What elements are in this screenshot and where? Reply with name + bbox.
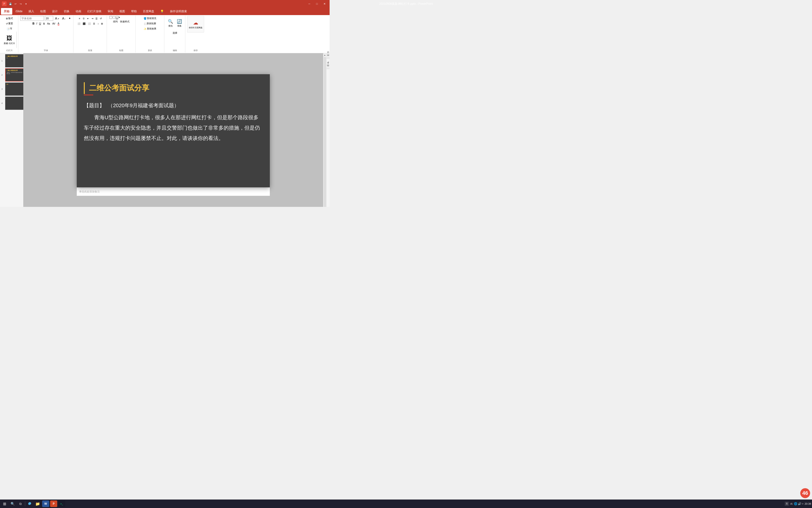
slides-group-label: 幻灯片: [6, 48, 13, 52]
drawing-tools-row: 排列 快速样式: [112, 19, 131, 24]
menu-tab-design[interactable]: 设计: [49, 8, 60, 14]
char-spacing-btn[interactable]: AV: [51, 21, 56, 26]
section-btn[interactable]: 📑 节: [6, 27, 13, 31]
menu-tab-animations[interactable]: 动画: [73, 8, 84, 14]
section-icon: 📑: [7, 28, 9, 30]
customize-quick-btn[interactable]: ▾: [23, 1, 28, 6]
ribbon-font-group: A+ A- ✦ B I U S Aa AV A 字体: [19, 15, 74, 52]
replace-icon: 🔄: [177, 19, 182, 24]
question-header: 【题目】 （2020年9月福建省考面试题）: [84, 100, 263, 111]
font-row1: A+ A- ✦: [20, 16, 72, 21]
format-tab-can[interactable]: 参: [326, 65, 330, 67]
circle-shape[interactable]: [112, 16, 115, 19]
slide-thumb-2[interactable]: 二维公考面试分享 【题目】（2020年9月福建省考面试题）青海U型公路...: [5, 68, 23, 82]
slide-thumb-1-content: 二维公考面试分享 内容...: [6, 55, 23, 67]
edit-group-label: 编辑: [173, 48, 177, 52]
menu-tab-view[interactable]: 视图: [116, 8, 128, 14]
ribbon-paragraph-group: ≡ ① ⇤ ⇥ ||| ↺ ⬜ ⬛ ⬜ ☰ ↕ ⊞ 段落: [74, 15, 107, 52]
line-spacing-btn[interactable]: ↕: [97, 21, 100, 26]
scroll-thumb[interactable]: [324, 57, 326, 207]
bold-btn[interactable]: B: [32, 21, 35, 26]
bullets-btn[interactable]: ≡: [78, 16, 81, 21]
shape-format-label: 形状: [148, 48, 152, 52]
replace-btn[interactable]: 🔄 替换: [175, 16, 184, 30]
menu-tab-islide[interactable]: iSlide: [13, 8, 25, 14]
case-btn[interactable]: Aa: [46, 21, 51, 26]
italic-btn[interactable]: I: [36, 21, 38, 26]
slide-panel: 二维公考面试分享 内容... 1 二维公考面试分享 【题目】（2020年9月福建…: [0, 53, 23, 207]
menu-tab-insert[interactable]: 插入: [26, 8, 37, 14]
menu-bar: 开始 iSlide 插入 绘图 设计 切换 动画 幻灯片放映 审阅 视图 帮助 …: [0, 7, 330, 15]
rect-shape[interactable]: [109, 16, 112, 19]
format-tab-she[interactable]: 设: [326, 54, 330, 56]
menu-tab-start[interactable]: 开始: [1, 8, 12, 14]
format-sidebar: 设 对 参 选: [326, 53, 330, 207]
ribbon-drawing-group: △ ▾ 排列 快速样式 绘图: [107, 15, 136, 52]
menu-tab-search[interactable]: 操作说明搜索: [167, 8, 190, 14]
slide-thumb-1[interactable]: 二维公考面试分享 内容...: [5, 54, 23, 68]
clear-format-btn[interactable]: ✦: [67, 16, 72, 21]
find-btn[interactable]: 🔍 查找: [166, 16, 175, 30]
smart-art-btn[interactable]: ⊞: [100, 21, 104, 26]
format-tab-xuan[interactable]: 选: [326, 68, 330, 69]
align-center-btn[interactable]: ⬛: [82, 21, 86, 26]
shapes-more-btn[interactable]: ▾: [118, 16, 120, 19]
save-quick-btn[interactable]: 💾: [8, 1, 13, 6]
underline-btn[interactable]: U: [38, 21, 42, 26]
shape-effect-btn[interactable]: ✨ 形状效果: [143, 27, 157, 31]
reset-btn[interactable]: ↺ 重置: [5, 21, 14, 26]
shape-effect-row: ✨ 形状效果: [143, 27, 157, 31]
triangle-shape[interactable]: △: [115, 16, 118, 19]
font-group-label: 字体: [44, 48, 48, 52]
shape-fill-btn[interactable]: 🪣 形状填充: [143, 16, 157, 21]
main-area: 二维公考面试分享 内容... 1 二维公考面试分享 【题目】（2020年9月福建…: [0, 53, 330, 207]
question-body: 青海U型公路网红打卡地，很多人在那进行网红打卡，但是那个路段很多车子经过存在重大…: [84, 113, 263, 143]
ribbon-save-group: ☁ 保存到 百度网盘 保存: [186, 15, 205, 52]
text-direction-btn[interactable]: ↺: [99, 16, 103, 21]
close-btn[interactable]: ✕: [321, 1, 328, 6]
slide-canvas[interactable]: 二维公考面试分享 【题目】 （2020年9月福建省考面试题） 青海U型公路网红打…: [77, 74, 270, 187]
arrange-btn[interactable]: 排列: [112, 19, 118, 24]
scroll-up-btn[interactable]: ▲: [324, 54, 326, 56]
slide-num-1: 1: [1, 59, 3, 62]
numbering-btn[interactable]: ①: [82, 16, 86, 21]
redo-quick-btn[interactable]: ↪: [18, 1, 23, 6]
justify-btn[interactable]: ☰: [92, 21, 96, 26]
slide-thumb-3[interactable]: 内容 ...: [5, 82, 23, 96]
search-icon: 🔍: [168, 19, 173, 24]
menu-tab-draw[interactable]: 绘图: [38, 8, 49, 14]
align-left-btn[interactable]: ⬜: [77, 21, 81, 26]
select-btn[interactable]: 选择: [172, 31, 178, 35]
save-baidu-btn[interactable]: ☁ 保存到 百度网盘: [187, 16, 204, 33]
menu-tab-baidu[interactable]: 百度网盘: [140, 8, 157, 14]
slide-thumb-2-content: 二维公考面试分享 【题目】（2020年9月福建省考面试题）青海U型公路...: [6, 69, 23, 81]
align-right-btn[interactable]: ⬜: [87, 21, 92, 26]
menu-tab-review[interactable]: 审阅: [105, 8, 116, 14]
app-icon: P: [2, 1, 7, 6]
quick-styles-btn[interactable]: 快速样式: [119, 19, 131, 24]
font-name-input[interactable]: [20, 16, 44, 21]
strikethrough-btn[interactable]: S: [42, 21, 46, 26]
columns-btn[interactable]: |||: [95, 16, 98, 21]
decrease-indent-btn[interactable]: ⇤: [86, 16, 90, 21]
undo-quick-btn[interactable]: ↩: [13, 1, 18, 6]
increase-font-btn[interactable]: A+: [54, 16, 60, 21]
notes-area[interactable]: 单击此处添加备注: [77, 187, 270, 196]
decrease-font-btn[interactable]: A-: [61, 16, 66, 21]
menu-tab-help[interactable]: 帮助: [128, 8, 140, 14]
maximize-btn[interactable]: □: [314, 1, 320, 6]
shape-outline-btn[interactable]: ⬚ 形状轮廓: [143, 21, 157, 26]
new-slide-btn[interactable]: 🖼 新建 幻灯片: [2, 32, 17, 48]
slide-thumb-4[interactable]: ...: [5, 97, 23, 110]
increase-indent-btn[interactable]: ⇥: [90, 16, 94, 21]
layout-btn[interactable]: ⊞ 版式: [5, 16, 14, 21]
minimize-btn[interactable]: ─: [306, 1, 313, 6]
font-size-input[interactable]: [45, 16, 53, 21]
font-color-btn[interactable]: A: [57, 21, 60, 26]
vertical-scrollbar[interactable]: ▲ ▼: [323, 53, 326, 207]
format-tab-dui[interactable]: 对: [326, 57, 330, 59]
slide-num-4: 4: [1, 102, 3, 104]
notes-placeholder: 单击此处添加备注: [79, 190, 100, 194]
menu-tab-transitions[interactable]: 切换: [61, 8, 72, 14]
menu-tab-slideshow[interactable]: 幻灯片放映: [85, 8, 104, 14]
